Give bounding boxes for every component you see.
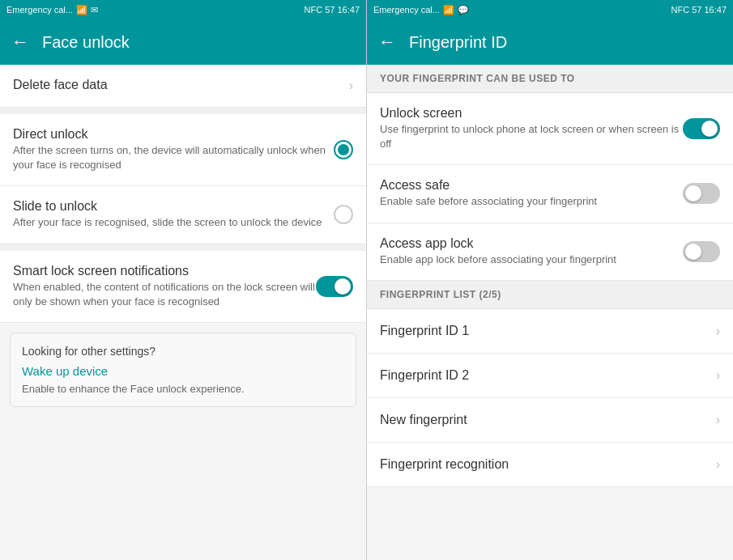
smart-lock-item[interactable]: Smart lock screen notifications When ena… — [0, 251, 366, 323]
smart-lock-content: Smart lock screen notifications When ena… — [13, 264, 316, 309]
access-app-lock-title: Access app lock — [380, 236, 683, 251]
status-bar-right: Emergency cal... 📶 💬 NFC 57 16:47 — [367, 0, 733, 19]
new-fingerprint-item[interactable]: New fingerprint › — [367, 398, 733, 443]
section-fingerprint-use: YOUR FINGERPRINT CAN BE USED TO — [367, 65, 733, 93]
emergency-call-text-r: Emergency cal... — [373, 5, 440, 15]
status-right-left: Emergency cal... 📶 💬 — [373, 5, 469, 15]
fingerprint-recognition-item[interactable]: Fingerprint recognition › — [367, 443, 733, 487]
unlock-screen-item[interactable]: Unlock screen Use fingerprint to unlock … — [367, 93, 733, 165]
slide-to-unlock-title: Slide to unlock — [13, 199, 334, 214]
smart-lock-subtitle: When enabled, the content of notificatio… — [13, 280, 316, 309]
fingerprint-id-2-title: Fingerprint ID 2 — [380, 368, 469, 383]
access-safe-content: Access safe Enable safe before associati… — [380, 178, 683, 209]
slide-unlock-radio[interactable] — [334, 205, 353, 224]
unlock-screen-content: Unlock screen Use fingerprint to unlock … — [380, 106, 683, 151]
access-app-lock-subtitle: Enable app lock before associating your … — [380, 252, 683, 267]
unlock-screen-toggle[interactable] — [683, 118, 720, 139]
direct-unlock-radio[interactable] — [334, 140, 353, 159]
face-unlock-content: Delete face data › Direct unlock After t… — [0, 65, 366, 560]
chevron-fp2: › — [716, 368, 720, 383]
face-unlock-panel: Emergency cal... 📶 ✉ NFC 57 16:47 ← Face… — [0, 0, 366, 560]
fingerprint-title-bar: ← Fingerprint ID — [367, 19, 733, 65]
info-box-title: Looking for other settings? — [22, 345, 344, 358]
chevron-recognition: › — [716, 457, 720, 472]
direct-unlock-subtitle: After the screen turns on, the device wi… — [13, 143, 334, 172]
access-safe-subtitle: Enable safe before associating your fing… — [380, 194, 683, 209]
chevron-fp1: › — [716, 324, 720, 338]
info-box: Looking for other settings? Wake up devi… — [10, 333, 356, 407]
slide-to-unlock-content: Slide to unlock After your face is recog… — [13, 199, 334, 230]
direct-unlock-title: Direct unlock — [13, 127, 334, 142]
access-safe-toggle[interactable] — [683, 183, 720, 204]
status-right-right: NFC 57 16:47 — [671, 5, 727, 15]
status-right: NFC 57 16:47 — [305, 5, 360, 15]
wake-up-device-link[interactable]: Wake up device — [22, 364, 344, 378]
status-left: Emergency cal... 📶 ✉ — [6, 5, 98, 15]
delete-face-content: Delete face data — [13, 78, 343, 94]
status-bar-left: Emergency cal... 📶 ✉ NFC 57 16:47 — [0, 0, 366, 19]
nfc-battery-time: NFC 57 16:47 — [305, 5, 360, 15]
access-safe-item[interactable]: Access safe Enable safe before associati… — [367, 165, 733, 223]
delete-face-item[interactable]: Delete face data › — [0, 65, 366, 108]
fingerprint-recognition-title: Fingerprint recognition — [380, 457, 509, 472]
msg-icon-r: 💬 — [458, 5, 469, 15]
divider-1 — [0, 108, 366, 114]
access-safe-title: Access safe — [380, 178, 683, 193]
smart-lock-title: Smart lock screen notifications — [13, 264, 316, 278]
slide-to-unlock-item[interactable]: Slide to unlock After your face is recog… — [0, 186, 366, 244]
unlock-screen-subtitle: Use fingerprint to unlock phone at lock … — [380, 122, 683, 151]
access-app-lock-content: Access app lock Enable app lock before a… — [380, 236, 683, 267]
new-fingerprint-title: New fingerprint — [380, 413, 467, 427]
face-unlock-title: Face unlock — [42, 33, 130, 52]
direct-unlock-content: Direct unlock After the screen turns on,… — [13, 127, 334, 172]
back-button-r[interactable]: ← — [378, 32, 396, 53]
unlock-screen-title: Unlock screen — [380, 106, 683, 121]
emergency-call-text: Emergency cal... — [6, 5, 73, 15]
sim-icon-r: 📶 — [443, 5, 454, 15]
back-button[interactable]: ← — [11, 32, 29, 53]
delete-face-title: Delete face data — [13, 78, 343, 92]
fingerprint-panel: Emergency cal... 📶 💬 NFC 57 16:47 ← Fing… — [367, 0, 733, 560]
slide-to-unlock-subtitle: After your face is recognised, slide the… — [13, 215, 334, 230]
direct-unlock-item[interactable]: Direct unlock After the screen turns on,… — [0, 114, 366, 186]
smart-lock-toggle[interactable] — [316, 276, 353, 297]
section-fingerprint-list: FINGERPRINT LIST (2/5) — [367, 281, 733, 309]
sim-icon: 📶 — [76, 5, 87, 15]
fingerprint-content: YOUR FINGERPRINT CAN BE USED TO Unlock s… — [367, 65, 733, 560]
nfc-battery-time-r: NFC 57 16:47 — [671, 5, 727, 15]
fingerprint-title: Fingerprint ID — [409, 33, 507, 52]
face-unlock-title-bar: ← Face unlock — [0, 19, 366, 65]
divider-2 — [0, 244, 366, 251]
access-app-lock-item[interactable]: Access app lock Enable app lock before a… — [367, 223, 733, 281]
fingerprint-id-2-item[interactable]: Fingerprint ID 2 › — [367, 354, 733, 398]
info-box-desc: Enable to enhance the Face unlock experi… — [22, 383, 344, 395]
fingerprint-id-1-title: Fingerprint ID 1 — [380, 324, 469, 338]
msg-icon: ✉ — [91, 5, 98, 15]
fingerprint-id-1-item[interactable]: Fingerprint ID 1 › — [367, 309, 733, 354]
chevron-new-fp: › — [716, 413, 720, 427]
chevron-icon: › — [349, 78, 353, 93]
access-app-lock-toggle[interactable] — [683, 241, 720, 262]
